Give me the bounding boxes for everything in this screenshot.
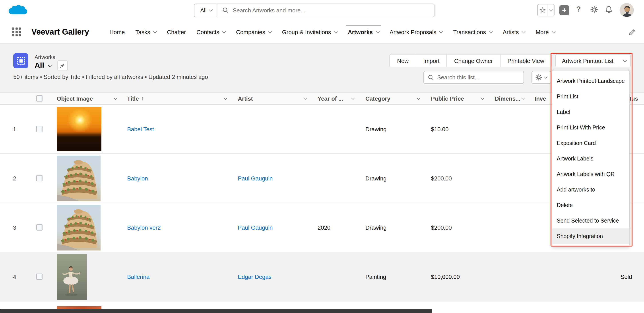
table-row: 3 Babylon ver2 Paul Gauguin 2020 Drawing… <box>0 203 644 252</box>
chevron-down-icon <box>153 30 157 33</box>
list-meta-text: 50+ items • Sorted by Title • Filtered b… <box>13 74 208 80</box>
year-cell <box>310 105 358 153</box>
new-button[interactable]: New <box>390 54 416 67</box>
artwork-title-link[interactable]: Ballerina <box>127 273 150 280</box>
menu-item-delete[interactable]: Delete <box>552 197 630 213</box>
select-all-checkbox[interactable] <box>36 95 42 102</box>
setup-button[interactable] <box>590 6 598 14</box>
horizontal-scrollbar-thumb[interactable] <box>0 309 432 313</box>
list-view-controls-button[interactable] <box>532 71 551 84</box>
user-avatar[interactable] <box>620 3 634 17</box>
printable-view-button[interactable]: Printable View <box>500 54 552 67</box>
global-search-input[interactable] <box>233 7 434 14</box>
artist-link[interactable]: Edgar Degas <box>238 273 272 280</box>
menu-item-artwork-labels-with-qr[interactable]: Artwork Labels with QR <box>552 166 630 182</box>
artwork-thumbnail-babylon[interactable] <box>57 155 100 201</box>
artist-cell: Paul Gauguin <box>230 203 310 252</box>
row-number: 2 <box>0 154 29 203</box>
tab-contacts[interactable]: Contacts <box>191 21 231 43</box>
list-search-input[interactable] <box>437 74 524 81</box>
artwork-printout-list-button[interactable]: Artwork Printout List <box>555 54 631 67</box>
row-select-cell <box>29 105 50 153</box>
app-launcher-icon[interactable] <box>12 28 21 36</box>
row-checkbox[interactable] <box>36 224 42 230</box>
column-header-artist[interactable]: Artist <box>230 93 310 104</box>
artist-cell: Edgar Degas <box>230 252 310 301</box>
tab-home[interactable]: Home <box>104 21 130 43</box>
tab-artwork-proposals[interactable]: Artwork Proposals <box>384 21 448 43</box>
favorites-button[interactable] <box>537 4 554 17</box>
column-header-title[interactable]: Title↑ <box>120 93 230 104</box>
action-button-group: New Import Change Owner Printable View <box>390 54 552 67</box>
list-search <box>424 71 524 84</box>
change-owner-button[interactable]: Change Owner <box>447 54 500 67</box>
artwork-title-link[interactable]: Babylon <box>127 175 148 182</box>
menu-item-shopify-integration[interactable]: Shopify Integration <box>552 228 630 244</box>
notifications-button[interactable] <box>605 6 613 14</box>
artist-link[interactable]: Paul Gauguin <box>238 224 273 231</box>
menu-item-print-list-with-price[interactable]: Print List With Price <box>552 120 630 135</box>
artwork-thumbnail-ballerina[interactable] <box>57 254 87 299</box>
menu-item-send-selected-to-service[interactable]: Send Selected to Service <box>552 213 630 228</box>
chevron-down-icon <box>480 96 484 100</box>
table-header-row: Object Image Title↑ Artist Year of ... C… <box>0 92 644 105</box>
row-checkbox[interactable] <box>36 273 42 280</box>
artwork-title-link[interactable]: Babel Test <box>127 126 154 132</box>
pin-list-view-button[interactable] <box>57 60 68 71</box>
global-header: All + ? <box>0 0 644 21</box>
app-navigation-bar: Veevart Gallery Home Tasks Chatter Conta… <box>0 21 644 44</box>
chevron-down-icon <box>268 30 272 33</box>
app-window: All + ? Veevart Gallery <box>0 0 644 313</box>
column-header-dimensions[interactable]: Dimens... <box>487 93 527 104</box>
column-header-category[interactable]: Category <box>358 93 424 104</box>
row-select-cell <box>29 203 50 252</box>
tab-artists[interactable]: Artists <box>498 21 530 43</box>
dimensions-cell <box>487 203 527 252</box>
edit-nav-button[interactable] <box>628 28 636 36</box>
object-image-cell <box>50 154 120 203</box>
chevron-down-icon[interactable] <box>48 63 52 67</box>
row-checkbox[interactable] <box>36 175 42 181</box>
tab-chatter[interactable]: Chatter <box>162 21 191 43</box>
star-icon <box>538 5 548 16</box>
menu-item-print-list[interactable]: Print List <box>552 89 630 104</box>
chevron-down-icon <box>417 96 420 100</box>
menu-item-artwork-labels[interactable]: Artwork Labels <box>552 151 630 166</box>
artwork-title-link[interactable]: Babylon ver2 <box>127 224 161 231</box>
search-scope-button[interactable]: All <box>194 4 217 17</box>
help-button[interactable]: ? <box>576 5 581 14</box>
tab-more[interactable]: More <box>530 21 560 43</box>
artworks-list-page: Artworks All New Import Change Owner Pri… <box>0 44 644 313</box>
row-checkbox[interactable] <box>36 126 42 132</box>
menu-item-exposition-card[interactable]: Exposition Card <box>552 135 630 151</box>
import-button[interactable]: Import <box>416 54 447 67</box>
artist-link[interactable]: Paul Gauguin <box>238 175 273 182</box>
tab-companies[interactable]: Companies <box>231 21 277 43</box>
chevron-down-icon <box>619 55 630 67</box>
menu-item-label[interactable]: Label <box>552 104 630 120</box>
pin-icon <box>59 63 65 69</box>
price-cell: $10,000.00 <box>424 252 487 301</box>
menu-item-add-artworks-to[interactable]: Add artworks to <box>552 182 630 197</box>
table-row: 2 Babylon Paul Gauguin Drawing $200.00 <box>0 154 644 203</box>
artwork-thumbnail-babylon[interactable] <box>57 205 100 250</box>
tab-artworks[interactable]: Artworks <box>342 21 384 43</box>
dimensions-cell <box>487 154 527 203</box>
row-number: 3 <box>0 203 29 252</box>
row-number-column-header <box>0 93 29 104</box>
tab-transactions[interactable]: Transactions <box>448 21 498 43</box>
column-header-public-price[interactable]: Public Price <box>424 93 487 104</box>
tab-group-invitations[interactable]: Group & Invitations <box>277 21 342 43</box>
column-header-object-image[interactable]: Object Image <box>50 93 120 104</box>
chevron-down-icon <box>224 96 228 100</box>
menu-item-artwork-printout-landscape[interactable]: Artwork Printout Landscape <box>552 73 630 89</box>
artwork-thumbnail-sunset[interactable] <box>57 107 102 151</box>
quick-add-button[interactable]: + <box>560 5 569 15</box>
status-cell: Sold <box>613 252 644 301</box>
nav-tabs: Home Tasks Chatter Contacts Companies Gr… <box>104 21 560 43</box>
column-header-year[interactable]: Year of ... <box>310 93 358 104</box>
tab-tasks[interactable]: Tasks <box>130 21 162 43</box>
object-image-cell <box>50 105 120 153</box>
year-cell <box>310 154 358 203</box>
chevron-down-icon <box>439 30 443 33</box>
